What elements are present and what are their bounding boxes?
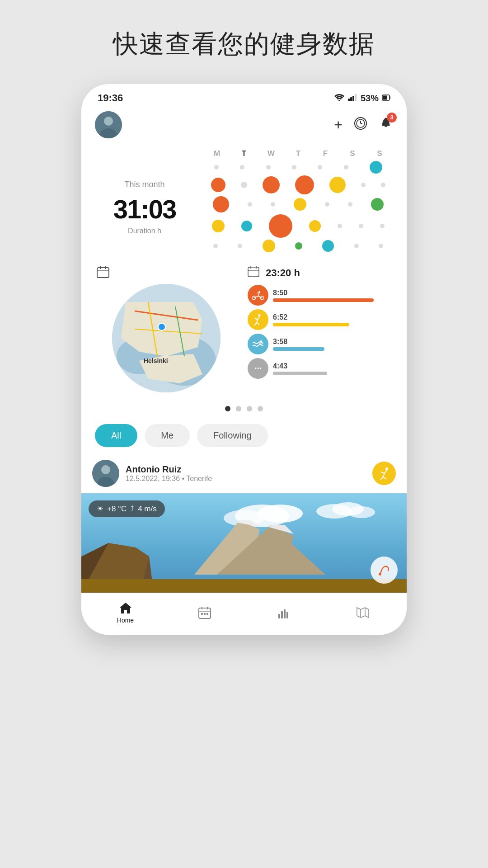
- dot: [381, 183, 385, 187]
- add-button[interactable]: +: [334, 117, 343, 133]
- running-bar: [273, 323, 349, 326]
- nav-home-label: Home: [117, 617, 134, 624]
- dot: [344, 165, 348, 170]
- filter-me[interactable]: Me: [145, 424, 190, 447]
- notification-icon[interactable]: 3: [379, 116, 393, 134]
- dot: [211, 178, 225, 192]
- running-detail: 6:52: [273, 313, 396, 326]
- dot: [295, 175, 314, 194]
- dot-row-5: [203, 240, 393, 252]
- svg-point-63: [348, 506, 375, 518]
- nav-map[interactable]: [345, 606, 381, 619]
- svg-point-35: [252, 296, 256, 300]
- dot: [238, 244, 242, 248]
- dot-row-4: [203, 214, 393, 238]
- svg-point-39: [258, 314, 261, 316]
- cards-section: Helsinki 23:20 h: [81, 261, 407, 401]
- svg-line-54: [383, 473, 385, 477]
- page-dot-4[interactable]: [258, 406, 263, 411]
- weekday-S2: S: [370, 149, 389, 158]
- activity-row-running: 6:52: [248, 309, 396, 330]
- svg-rect-85: [284, 609, 286, 618]
- dot: [329, 177, 346, 193]
- dot-row-2: [203, 175, 393, 194]
- svg-line-56: [383, 477, 386, 479]
- battery-icon: [382, 93, 390, 104]
- calendar-nav-icon: [198, 606, 211, 619]
- dot: [361, 183, 366, 187]
- filter-following[interactable]: Following: [197, 424, 267, 447]
- map-svg: Helsinki: [112, 284, 221, 392]
- wind-icon: ⤴: [130, 505, 134, 514]
- svg-rect-86: [286, 612, 288, 618]
- dot: [214, 165, 219, 170]
- dot: [359, 224, 363, 228]
- dot-row-3: [203, 196, 393, 212]
- nav-chart[interactable]: [266, 606, 302, 619]
- svg-text:Helsinki: Helsinki: [144, 357, 168, 364]
- svg-point-9: [104, 117, 113, 126]
- nav-calendar[interactable]: [187, 606, 223, 619]
- swimming-detail: 3:58: [273, 338, 396, 351]
- dot: [241, 182, 247, 188]
- filter-tabs: All Me Following: [81, 420, 407, 455]
- page-dot-1[interactable]: [225, 406, 230, 411]
- cycling-bar: [273, 298, 374, 302]
- other-icon: ···: [248, 358, 268, 379]
- weather-wind: 4 m/s: [138, 505, 157, 514]
- dot: [213, 196, 229, 212]
- svg-rect-80: [201, 613, 203, 615]
- weekday-T2: T: [288, 149, 308, 158]
- dot: [263, 176, 280, 193]
- dot: [269, 214, 292, 238]
- svg-rect-84: [281, 611, 283, 618]
- running-icon: [248, 309, 268, 330]
- page-dot-3[interactable]: [247, 406, 252, 411]
- header-icons: + 3: [334, 116, 393, 134]
- svg-line-42: [257, 320, 258, 323]
- page-title: 快速查看您的健身数据: [113, 27, 375, 61]
- svg-point-0: [338, 100, 340, 101]
- weekday-W: W: [261, 149, 281, 158]
- bottom-nav: Home: [81, 593, 407, 635]
- weather-temp: +8 °C: [107, 505, 127, 514]
- weekday-row: M T W T F S S: [203, 149, 393, 158]
- svg-rect-7: [383, 95, 387, 99]
- page-dot-2[interactable]: [236, 406, 241, 411]
- stats-left: This month 31:03 Duration h: [95, 149, 194, 252]
- svg-point-74: [379, 573, 381, 576]
- cycling-time: 8:50: [273, 289, 396, 297]
- svg-rect-31: [248, 267, 259, 277]
- dot: [213, 244, 218, 248]
- svg-rect-81: [204, 613, 206, 615]
- user-avatar[interactable]: [95, 111, 122, 138]
- svg-rect-2: [350, 97, 352, 101]
- dot: [271, 202, 275, 207]
- dot-grid: [203, 161, 393, 252]
- activity-row-other: ··· 4:43: [248, 358, 396, 379]
- dot: [338, 224, 342, 228]
- cycling-icon: [248, 285, 268, 306]
- filter-all[interactable]: All: [95, 424, 137, 447]
- weekday-M: M: [207, 149, 227, 158]
- dot: [380, 224, 385, 228]
- route-badge[interactable]: [371, 557, 398, 584]
- dot: [348, 202, 352, 207]
- dot: [248, 202, 252, 207]
- feed-sport-icon[interactable]: [372, 462, 396, 485]
- nav-home[interactable]: Home: [108, 601, 144, 624]
- svg-marker-75: [120, 603, 131, 613]
- svg-point-51: [385, 467, 388, 470]
- feed-meta: 12.5.2022, 19:36 • Tenerife: [126, 475, 366, 483]
- weekday-F: F: [315, 149, 335, 158]
- watch-icon[interactable]: [353, 116, 368, 134]
- status-time: 19:36: [98, 92, 123, 104]
- stats-right: M T W T F S S: [203, 149, 393, 252]
- feed-avatar[interactable]: [92, 460, 119, 487]
- dot: [294, 198, 306, 211]
- svg-rect-73: [81, 579, 407, 593]
- dot: [241, 221, 252, 231]
- svg-line-41: [255, 318, 258, 320]
- home-icon: [119, 601, 132, 615]
- activity-card: 23:20 h 8:50: [248, 266, 396, 392]
